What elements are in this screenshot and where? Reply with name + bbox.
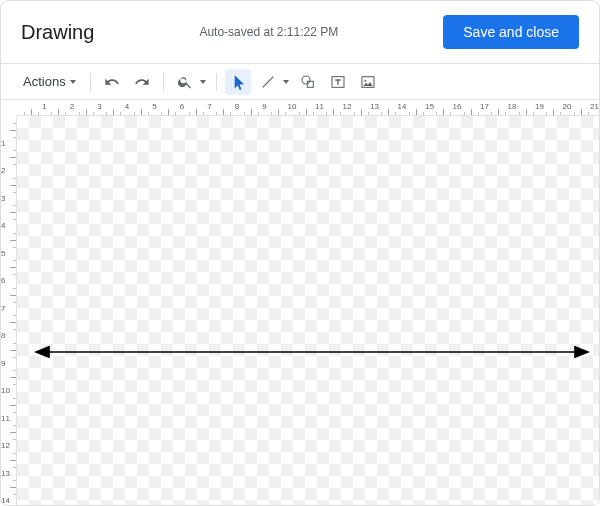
ruler-h-label: 1: [42, 100, 46, 115]
ruler-h-label: 17: [480, 100, 489, 115]
ruler-v-label: 9: [1, 360, 15, 368]
textbox-icon: [330, 74, 346, 90]
chevron-down-icon: [283, 80, 289, 84]
toolbar: Actions: [1, 64, 599, 100]
zoom-tool-group: [172, 69, 208, 95]
save-and-close-button[interactable]: Save and close: [443, 15, 579, 49]
ruler-h-label: 20: [563, 100, 572, 115]
image-tool-button[interactable]: [355, 69, 381, 95]
actions-menu-button[interactable]: Actions: [17, 70, 82, 93]
ruler-v-label: 8: [1, 332, 15, 340]
select-tool-button[interactable]: [225, 69, 251, 95]
ruler-v-label: 7: [1, 305, 15, 313]
line-tool-button[interactable]: [255, 69, 281, 95]
cursor-icon: [230, 74, 246, 90]
image-icon: [360, 74, 376, 90]
ruler-h-label: 7: [207, 100, 211, 115]
ruler-h-label: 2: [70, 100, 74, 115]
textbox-tool-button[interactable]: [325, 69, 351, 95]
dialog-header: Drawing Auto-saved at 2:11:22 PM Save an…: [1, 1, 599, 64]
ruler-h-label: 8: [235, 100, 239, 115]
ruler-h-label: 15: [425, 100, 434, 115]
redo-icon: [134, 74, 150, 90]
drawing-canvas[interactable]: [17, 116, 599, 506]
ruler-vertical: 1234567891011121314: [1, 116, 17, 506]
ruler-horizontal: 123456789101112131415161718192021: [17, 100, 599, 116]
ruler-v-label: 10: [1, 387, 15, 395]
double-arrow-line[interactable]: [17, 116, 599, 506]
ruler-h-label: 19: [535, 100, 544, 115]
dialog-title: Drawing: [21, 21, 94, 44]
ruler-v-label: 1: [1, 140, 15, 148]
undo-button[interactable]: [99, 69, 125, 95]
separator: [216, 73, 217, 91]
separator: [163, 73, 164, 91]
ruler-h-label: 12: [343, 100, 352, 115]
ruler-v-label: 5: [1, 250, 15, 258]
ruler-h-label: 21: [590, 100, 599, 115]
ruler-h-label: 16: [453, 100, 462, 115]
line-icon: [260, 74, 276, 90]
ruler-h-label: 6: [180, 100, 184, 115]
ruler-v-label: 6: [1, 277, 15, 285]
svg-point-0: [302, 76, 310, 84]
zoom-dropdown[interactable]: [198, 69, 208, 95]
ruler-h-label: 18: [508, 100, 517, 115]
autosave-status: Auto-saved at 2:11:22 PM: [199, 25, 338, 39]
line-tool-group: [255, 69, 291, 95]
line-dropdown[interactable]: [281, 69, 291, 95]
ruler-h-label: 11: [315, 100, 324, 115]
ruler-v-label: 3: [1, 195, 15, 203]
ruler-h-label: 9: [262, 100, 266, 115]
shape-icon: [300, 74, 316, 90]
actions-label: Actions: [23, 74, 66, 89]
ruler-v-label: 11: [1, 415, 15, 423]
ruler-h-label: 14: [398, 100, 407, 115]
chevron-down-icon: [70, 80, 76, 84]
ruler-v-label: 12: [1, 442, 15, 450]
ruler-h-label: 5: [152, 100, 156, 115]
chevron-down-icon: [200, 80, 206, 84]
zoom-button[interactable]: [172, 69, 198, 95]
undo-icon: [104, 74, 120, 90]
separator: [90, 73, 91, 91]
ruler-h-label: 3: [97, 100, 101, 115]
redo-button[interactable]: [129, 69, 155, 95]
ruler-v-label: 4: [1, 222, 15, 230]
ruler-h-label: 10: [288, 100, 297, 115]
ruler-h-label: 13: [370, 100, 379, 115]
ruler-v-label: 14: [1, 497, 15, 505]
workarea: 1234567891011121314: [1, 116, 599, 506]
zoom-icon: [177, 74, 193, 90]
svg-point-4: [364, 79, 366, 81]
ruler-h-label: 4: [125, 100, 129, 115]
shape-tool-button[interactable]: [295, 69, 321, 95]
ruler-v-label: 13: [1, 470, 15, 478]
svg-rect-1: [307, 81, 313, 87]
ruler-v-label: 2: [1, 167, 15, 175]
